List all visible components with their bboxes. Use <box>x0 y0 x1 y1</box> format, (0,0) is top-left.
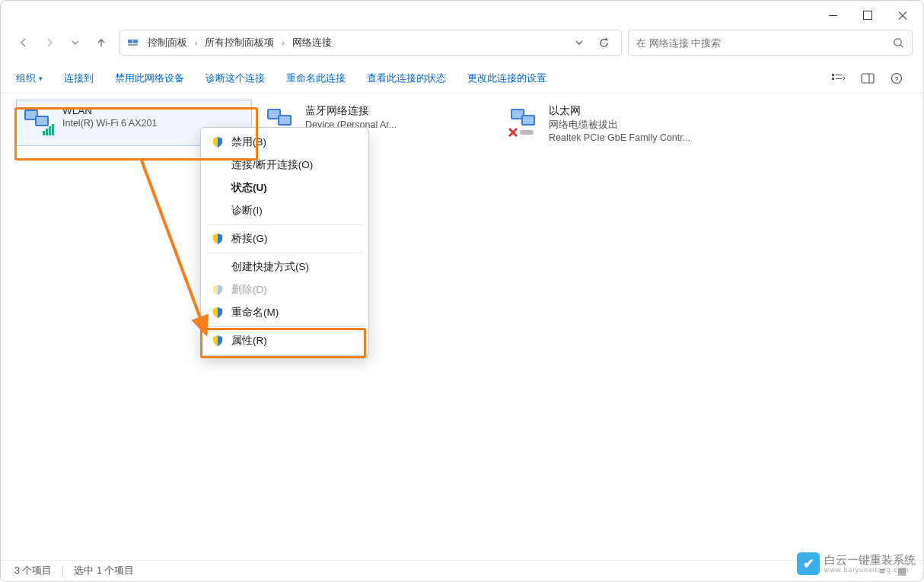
adapter-name: 蓝牙网络连接 <box>305 104 491 118</box>
panel-icon <box>861 73 875 84</box>
menu-status[interactable]: 状态(U) <box>201 177 368 199</box>
adapter-ethernet[interactable]: 以太网 网络电缆被拔出 Realtek PCIe GbE Family Cont… <box>503 100 739 146</box>
search-icon[interactable] <box>893 37 904 49</box>
close-button[interactable] <box>885 4 920 27</box>
chevron-right-icon: › <box>195 39 197 47</box>
back-button[interactable] <box>11 30 36 55</box>
titlebar <box>1 1 923 30</box>
help-icon: ? <box>891 72 903 84</box>
watermark-url: www.baiyunxitong.com <box>824 566 916 574</box>
adapter-name: WLAN <box>62 105 247 116</box>
shield-icon <box>212 233 224 245</box>
chevron-down-icon <box>71 38 80 47</box>
change-settings-button[interactable]: 更改此连接的设置 <box>467 72 546 85</box>
refresh-icon <box>598 37 610 49</box>
connect-to-button[interactable]: 连接到 <box>64 72 94 85</box>
svg-point-3 <box>894 38 901 45</box>
organize-menu[interactable]: 组织 ▾ <box>16 72 43 85</box>
breadcrumb-item[interactable]: 网络连接 <box>289 34 335 51</box>
help-button[interactable]: ? <box>885 68 908 88</box>
menu-disable[interactable]: 禁用(B) <box>201 131 368 154</box>
menu-shortcut[interactable]: 创建快捷方式(S) <box>201 256 368 278</box>
menu-separator <box>207 326 362 327</box>
shield-icon <box>212 284 224 296</box>
svg-rect-8 <box>862 74 874 83</box>
menu-label: 重命名(M) <box>231 306 279 320</box>
nav-arrows <box>11 30 113 55</box>
status-selected-count: 选中 1 个项目 <box>74 565 134 577</box>
organize-label: 组织 <box>16 72 36 85</box>
nav-row: 控制面板 › 所有控制面板项 › 网络连接 <box>1 30 923 63</box>
breadcrumb-item[interactable]: 所有控制面板项 <box>202 34 277 51</box>
menu-separator <box>207 253 362 253</box>
svg-rect-17 <box>46 129 48 135</box>
svg-rect-6 <box>836 75 842 75</box>
watermark-logo-icon: ✔ <box>797 552 820 575</box>
menu-label: 状态(U) <box>231 181 267 195</box>
arrow-right-icon <box>43 37 56 49</box>
menu-label: 连接/断开连接(O) <box>231 158 313 172</box>
svg-rect-23 <box>279 116 290 124</box>
preview-pane-button[interactable] <box>856 68 879 88</box>
svg-rect-28 <box>520 130 534 135</box>
menu-label: 诊断(I) <box>231 204 263 218</box>
menu-label: 属性(R) <box>231 334 267 348</box>
svg-rect-7 <box>836 78 842 79</box>
diagnose-button[interactable]: 诊断这个连接 <box>206 72 265 85</box>
status-item-count: 3 个项目 <box>14 565 52 577</box>
watermark: ✔ 白云一键重装系统 www.baiyunxitong.com <box>797 552 916 575</box>
view-status-button[interactable]: 查看此连接的状态 <box>367 72 446 85</box>
shield-icon <box>212 335 224 347</box>
recent-dropdown[interactable] <box>63 30 88 55</box>
svg-rect-2 <box>128 44 138 46</box>
adapter-name: 以太网 <box>549 104 734 118</box>
maximize-button[interactable] <box>850 4 885 27</box>
menu-label: 桥接(G) <box>231 232 268 246</box>
window: 控制面板 › 所有控制面板项 › 网络连接 组织 ▾ <box>0 0 924 582</box>
watermark-text: 白云一键重装系统 <box>824 554 916 567</box>
menu-delete: 删除(D) <box>201 278 368 301</box>
menu-rename[interactable]: 重命名(M) <box>201 301 368 324</box>
search-bar[interactable] <box>628 30 913 56</box>
disable-device-button[interactable]: 禁用此网络设备 <box>115 72 184 85</box>
svg-rect-16 <box>43 131 45 135</box>
svg-rect-18 <box>49 126 51 135</box>
chevron-right-icon: › <box>282 39 284 47</box>
arrow-left-icon <box>18 37 30 49</box>
menu-separator <box>207 224 362 225</box>
menu-properties[interactable]: 属性(R) <box>201 329 368 352</box>
status-bar: 3 个项目 选中 1 个项目 ≡ ▦ <box>1 560 923 581</box>
shield-icon <box>212 307 224 319</box>
view-list-icon <box>832 73 846 84</box>
svg-rect-4 <box>832 74 834 76</box>
svg-rect-27 <box>523 116 534 124</box>
menu-label: 删除(D) <box>231 283 267 297</box>
chevron-down-icon: ▾ <box>39 75 43 82</box>
menu-label: 禁用(B) <box>231 135 266 149</box>
minimize-button[interactable] <box>815 4 850 27</box>
svg-rect-1 <box>133 40 138 43</box>
up-button[interactable] <box>89 30 113 55</box>
menu-diagnose[interactable]: 诊断(I) <box>201 199 368 222</box>
svg-rect-21 <box>269 110 279 118</box>
shield-icon <box>212 136 224 148</box>
wifi-adapter-icon <box>21 103 56 138</box>
breadcrumb-item[interactable]: 控制面板 <box>145 34 190 51</box>
view-options-button[interactable] <box>827 68 850 88</box>
command-bar: 组织 ▾ 连接到 禁用此网络设备 诊断这个连接 重命名此连接 查看此连接的状态 … <box>1 63 923 94</box>
refresh-button[interactable] <box>592 32 615 53</box>
chevron-down-icon <box>575 38 584 47</box>
menu-connect-disconnect[interactable]: 连接/断开连接(O) <box>201 154 368 177</box>
address-bar[interactable]: 控制面板 › 所有控制面板项 › 网络连接 <box>119 30 622 56</box>
adapters-list: WLAN Intel(R) Wi-Fi 6 AX201 蓝牙网络连接 <box>16 100 908 146</box>
address-dropdown[interactable] <box>568 32 591 53</box>
forward-button[interactable] <box>37 30 62 55</box>
menu-bridge[interactable]: 桥接(G) <box>201 227 368 250</box>
svg-rect-25 <box>512 110 523 118</box>
svg-rect-13 <box>26 111 37 119</box>
search-input[interactable] <box>636 37 893 49</box>
arrow-up-icon <box>95 37 107 49</box>
adapter-device: Realtek PCIe GbE Family Contr... <box>549 132 734 143</box>
rename-button[interactable]: 重命名此连接 <box>286 72 346 85</box>
content-area: WLAN Intel(R) Wi-Fi 6 AX201 蓝牙网络连接 <box>1 94 923 558</box>
